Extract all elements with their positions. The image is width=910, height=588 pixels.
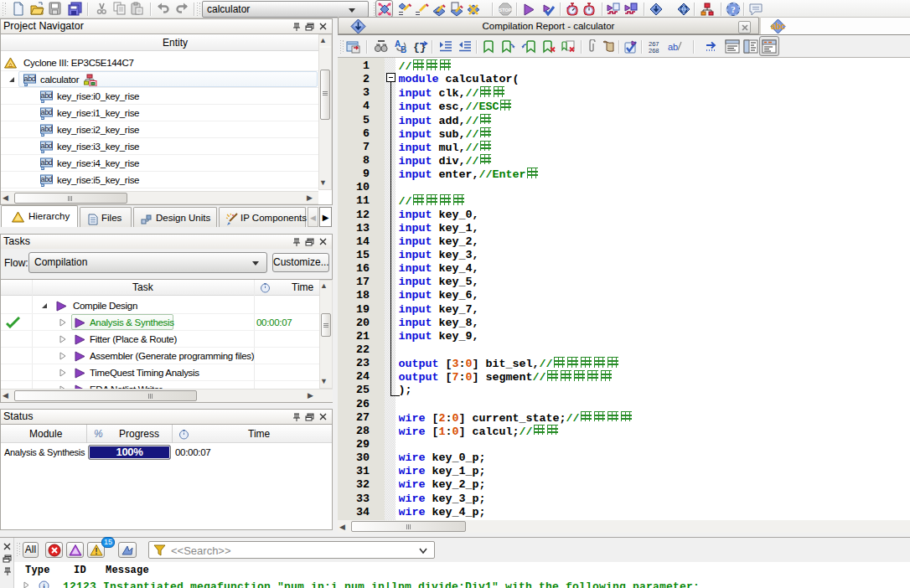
svg-text:abd: abd xyxy=(40,125,52,133)
svg-text:?: ? xyxy=(731,4,736,14)
svg-text:i: i xyxy=(43,582,45,588)
svg-text:abd: abd xyxy=(40,158,52,167)
svg-text:abd: abd xyxy=(40,108,52,116)
svg-text:abd: abd xyxy=(40,142,52,150)
svg-text:STOP: STOP xyxy=(499,8,512,13)
svg-text:abc: abc xyxy=(771,22,786,31)
svg-text:{}: {} xyxy=(413,41,427,54)
svg-text:ab: ab xyxy=(668,42,678,52)
svg-text:abd: abd xyxy=(23,75,35,83)
svg-text:!: ! xyxy=(95,547,97,556)
svg-text:268: 268 xyxy=(649,47,659,54)
svg-text:abd: abd xyxy=(40,91,52,100)
svg-text:abd: abd xyxy=(40,175,52,183)
